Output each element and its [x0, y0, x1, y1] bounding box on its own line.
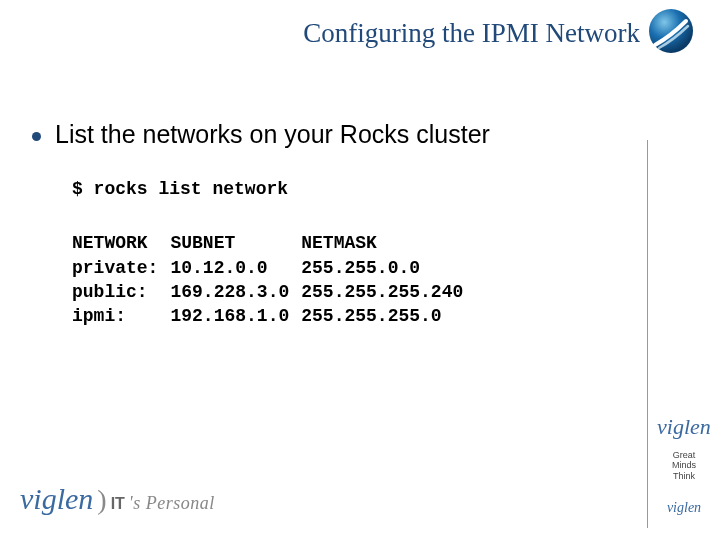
command-line: $ rocks list network: [72, 177, 620, 201]
table-row: private: 10.12.0.0 255.255.0.0: [72, 256, 475, 280]
brand-logo-right: viglen: [657, 414, 711, 440]
content-area: List the networks on your Rocks cluster …: [32, 120, 620, 328]
brand-separator-icon: ): [97, 484, 106, 516]
col-subnet: SUBNET: [170, 231, 301, 255]
footer: viglen ) IT 's Personal: [0, 460, 720, 540]
page-title: Configuring the IPMI Network: [0, 18, 640, 49]
bullet-text: List the networks on your Rocks cluster: [55, 120, 490, 149]
bullet-dot-icon: [32, 132, 41, 141]
table-row: public: 169.228.3.0 255.255.255.240: [72, 280, 475, 304]
output-table: NETWORK SUBNET NETMASK private: 10.12.0.…: [72, 231, 620, 328]
logo-globe-icon: [646, 6, 696, 56]
slide: Configuring the IPMI Network List the ne…: [0, 0, 720, 540]
brand-logo-footer: viglen: [20, 482, 93, 516]
footer-brand: viglen ) IT 's Personal: [20, 482, 215, 516]
brand-slogan: 's Personal: [129, 493, 215, 514]
bullet-item: List the networks on your Rocks cluster: [32, 120, 620, 149]
table-header-row: NETWORK SUBNET NETMASK: [72, 231, 475, 255]
brand-it-label: IT: [111, 495, 125, 513]
col-netmask: NETMASK: [301, 231, 475, 255]
table-row: ipmi: 192.168.1.0 255.255.255.0: [72, 304, 475, 328]
col-network: NETWORK: [72, 231, 170, 255]
